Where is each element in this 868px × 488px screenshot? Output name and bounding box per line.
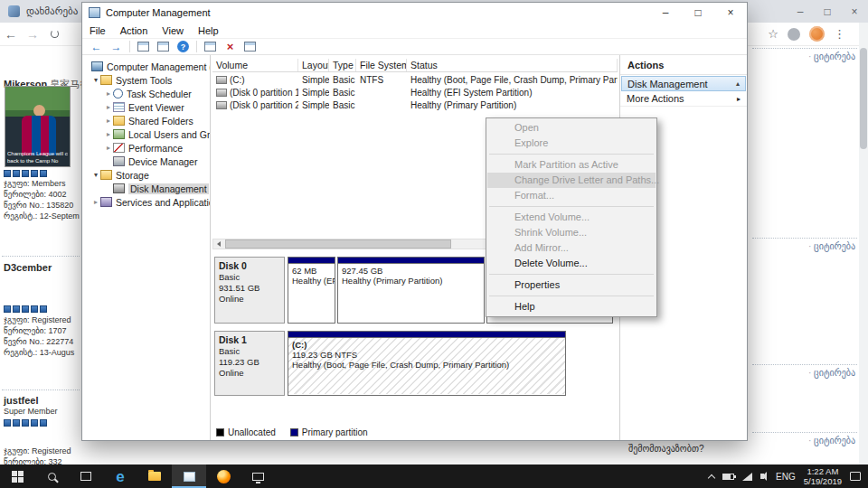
- tray-overflow-icon[interactable]: [708, 474, 715, 481]
- menu-item-change-drive-letter[interactable]: Change Drive Letter and Paths...: [487, 173, 656, 188]
- browser-profile-avatar[interactable]: [809, 26, 825, 42]
- menu-item-explore[interactable]: Explore: [487, 136, 656, 151]
- network-icon[interactable]: [742, 473, 752, 481]
- volume-row[interactable]: (Disk 0 partition 2) Simple Basic Health…: [212, 99, 618, 111]
- scrollbar-thumb[interactable]: [225, 239, 451, 249]
- page-scrollbar-thumb[interactable]: [860, 48, 867, 149]
- forward-icon[interactable]: →: [109, 41, 123, 53]
- tree-item-system-tools[interactable]: ▾ System Tools: [82, 73, 210, 87]
- browser-close-button[interactable]: ×: [841, 0, 868, 23]
- username[interactable]: D3cember: [4, 262, 52, 273]
- menu-item-format[interactable]: Format...: [487, 188, 656, 203]
- expander-icon[interactable]: ▾: [91, 76, 100, 84]
- expander-icon[interactable]: ▾: [91, 171, 100, 179]
- tree-item-device-manager[interactable]: Device Manager: [82, 155, 210, 168]
- expander-icon[interactable]: ▸: [91, 198, 100, 206]
- column-volume[interactable]: Volume: [212, 59, 298, 71]
- tree-item-services[interactable]: ▸ Services and Applications: [82, 195, 210, 209]
- quote-link[interactable]: ციტირება: [808, 368, 855, 378]
- column-type[interactable]: Type: [329, 59, 356, 71]
- battery-icon[interactable]: [722, 474, 734, 480]
- browser-extension-icon[interactable]: [788, 28, 800, 41]
- menu-item-delete-volume[interactable]: Delete Volume...: [487, 256, 656, 271]
- tree-item-event-viewer[interactable]: ▸ Event Viewer: [82, 100, 210, 114]
- help-icon[interactable]: ?: [176, 41, 190, 53]
- tree-item-computer-management[interactable]: Computer Management (Local): [82, 60, 210, 73]
- volume-row[interactable]: (Disk 0 partition 1) Simple Basic Health…: [212, 86, 618, 99]
- expander-icon[interactable]: ▸: [104, 103, 113, 111]
- browser-refresh-icon[interactable]: [43, 24, 65, 44]
- tree-item-performance[interactable]: ▸ Performance: [82, 141, 210, 155]
- expander-icon[interactable]: ▸: [104, 89, 113, 98]
- delete-icon[interactable]: ×: [223, 41, 237, 53]
- menu-item-shrink-volume[interactable]: Shrink Volume...: [487, 225, 656, 240]
- computer-management-taskbar-button[interactable]: [172, 465, 206, 488]
- scroll-left-icon[interactable]: [213, 239, 224, 249]
- menu-view[interactable]: View: [155, 25, 191, 36]
- language-indicator[interactable]: ENG: [776, 472, 796, 482]
- search-button[interactable]: [34, 465, 69, 488]
- quote-link[interactable]: ციტირება: [808, 436, 855, 446]
- expander-icon[interactable]: ▸: [104, 130, 113, 138]
- details-view-icon[interactable]: [243, 41, 257, 53]
- browser-forward-icon[interactable]: →: [22, 24, 43, 44]
- disk-0-label[interactable]: Disk 0 Basic 931.51 GB Online: [214, 257, 285, 324]
- quote-link[interactable]: ციტირება: [808, 241, 855, 251]
- menu-item-add-mirror[interactable]: Add Mirror...: [487, 240, 656, 256]
- minimize-button[interactable]: –: [649, 3, 682, 23]
- bookmark-star-icon[interactable]: ☆: [768, 27, 778, 41]
- expander-icon[interactable]: ▸: [104, 144, 113, 152]
- menu-item-mark-active[interactable]: Mark Partition as Active: [487, 157, 656, 173]
- quote-link[interactable]: ციტირება: [808, 52, 855, 61]
- action-center-icon[interactable]: [850, 472, 861, 481]
- page-scrollbar[interactable]: [859, 23, 868, 465]
- console-icon[interactable]: [137, 41, 150, 53]
- menu-help[interactable]: Help: [191, 25, 226, 36]
- clock[interactable]: 1:22 AM 5/19/2019: [804, 466, 842, 486]
- browser-tab-title[interactable]: დახმარება: [26, 5, 78, 17]
- menu-item-extend-volume[interactable]: Extend Volume...: [487, 210, 656, 225]
- tree-item-task-scheduler[interactable]: ▸ Task Scheduler: [82, 87, 210, 100]
- tree-item-disk-management[interactable]: Disk Management: [82, 182, 210, 195]
- avatar[interactable]: Champions League will co back to the Cam…: [5, 86, 71, 167]
- disk-1-label[interactable]: Disk 1 Basic 119.23 GB Online: [214, 331, 285, 396]
- more-actions[interactable]: More Actions ▸: [620, 91, 747, 107]
- partition-efi[interactable]: 62 MBHealthy (EF: [288, 257, 335, 324]
- app-window-button[interactable]: [241, 465, 275, 488]
- file-explorer-button[interactable]: [137, 465, 172, 488]
- back-icon[interactable]: ←: [90, 41, 103, 53]
- window-pane-icon[interactable]: [156, 41, 170, 53]
- expander-icon[interactable]: ▸: [104, 117, 113, 125]
- username[interactable]: justfeel: [4, 395, 39, 406]
- edge-button[interactable]: e: [103, 465, 137, 488]
- collapse-icon[interactable]: ▴: [736, 80, 740, 88]
- menu-item-help[interactable]: Help: [487, 299, 656, 314]
- browser-back-icon[interactable]: ←: [0, 24, 22, 44]
- maximize-button[interactable]: □: [682, 3, 714, 23]
- partition-primary[interactable]: 927.45 GBHealthy (Primary Partition): [337, 257, 485, 324]
- firefox-button[interactable]: [206, 465, 241, 488]
- tray-date: 5/19/2019: [804, 476, 842, 486]
- menu-action[interactable]: Action: [113, 25, 156, 36]
- browser-maximize-button[interactable]: □: [814, 0, 841, 23]
- tree-item-storage[interactable]: ▾ Storage: [82, 168, 210, 182]
- partition-c-drive[interactable]: (C:) 119.23 GB NTFS Healthy (Boot, Page …: [288, 331, 566, 396]
- close-button[interactable]: ×: [714, 3, 747, 23]
- tree-item-shared-folders[interactable]: ▸ Shared Folders: [82, 114, 210, 127]
- column-layout[interactable]: Layout: [298, 59, 329, 71]
- browser-minimize-button[interactable]: –: [787, 0, 814, 23]
- volume-row[interactable]: (C:) Simple Basic NTFS Healthy (Boot, Pa…: [212, 73, 618, 86]
- menu-item-open[interactable]: Open: [487, 120, 656, 136]
- column-status[interactable]: Status: [407, 59, 618, 71]
- snapin-icon[interactable]: [203, 41, 217, 53]
- menu-file[interactable]: File: [82, 25, 113, 36]
- menu-item-properties[interactable]: Properties: [487, 277, 656, 293]
- task-view-button[interactable]: [69, 465, 103, 488]
- window-titlebar[interactable]: Computer Management – □ ×: [82, 3, 747, 23]
- column-file-system[interactable]: File System: [356, 59, 407, 71]
- start-button[interactable]: [0, 465, 34, 488]
- actions-section-disk-management[interactable]: Disk Management ▴: [621, 76, 746, 91]
- browser-menu-icon[interactable]: ⋮: [834, 27, 846, 41]
- tree-item-local-users[interactable]: ▸ Local Users and Groups: [82, 127, 210, 141]
- volume-icon[interactable]: [760, 474, 764, 479]
